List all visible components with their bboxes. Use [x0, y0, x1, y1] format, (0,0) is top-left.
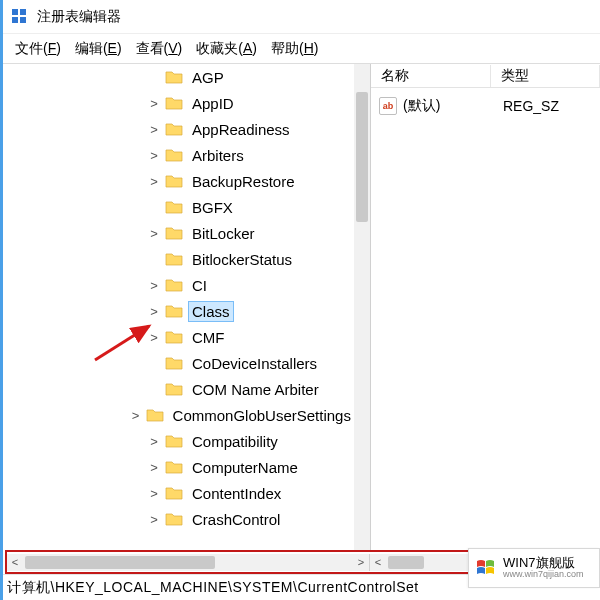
regedit-app-icon	[11, 8, 29, 26]
folder-icon	[165, 511, 183, 527]
tree-item[interactable]: >CMF	[3, 324, 354, 350]
scroll-right-arrow-icon[interactable]: >	[353, 556, 369, 568]
scrollbar-thumb[interactable]	[388, 556, 424, 569]
windows-flag-icon	[475, 557, 497, 579]
tree-item[interactable]: COM Name Arbiter	[3, 376, 354, 402]
folder-icon	[165, 121, 183, 137]
tree-item[interactable]: CoDeviceInstallers	[3, 350, 354, 376]
tree-item[interactable]: >Compatibility	[3, 428, 354, 454]
status-bar-path: 计算机\HKEY_LOCAL_MACHINE\SYSTEM\CurrentCon…	[7, 579, 419, 597]
registry-tree-panel[interactable]: AGP>AppID>AppReadiness>Arbiters>BackupRe…	[3, 64, 371, 550]
tree-item[interactable]: BitlockerStatus	[3, 246, 354, 272]
menu-item-h[interactable]: 帮助(H)	[265, 37, 324, 61]
scroll-left-arrow-icon[interactable]: <	[370, 556, 386, 568]
expand-chevron-icon[interactable]: >	[129, 408, 141, 423]
watermark-title: WIN7旗舰版	[503, 556, 584, 570]
expand-chevron-icon[interactable]: >	[147, 486, 161, 501]
folder-icon	[165, 303, 183, 319]
menu-item-e[interactable]: 编辑(E)	[69, 37, 128, 61]
expand-chevron-icon[interactable]: >	[147, 226, 161, 241]
tree-item[interactable]: >ComputerName	[3, 454, 354, 480]
column-header-name[interactable]: 名称	[371, 65, 491, 87]
value-list-panel: 名称 类型 ab(默认)REG_SZ	[371, 64, 600, 550]
tree-item-label: AppID	[189, 94, 237, 113]
tree-item[interactable]: >Arbiters	[3, 142, 354, 168]
tree-item[interactable]: >AppID	[3, 90, 354, 116]
tree-item-label: BGFX	[189, 198, 236, 217]
column-header-type[interactable]: 类型	[491, 65, 600, 87]
tree-vertical-scrollbar[interactable]	[354, 64, 370, 550]
folder-icon	[165, 381, 183, 397]
svg-rect-3	[20, 17, 26, 23]
expand-chevron-icon[interactable]: >	[147, 304, 161, 319]
tree-item[interactable]: >AppReadiness	[3, 116, 354, 142]
expand-chevron-icon[interactable]: >	[147, 96, 161, 111]
folder-icon	[165, 251, 183, 267]
expand-chevron-icon[interactable]: >	[147, 278, 161, 293]
menu-bar: 文件(F)编辑(E)查看(V)收藏夹(A)帮助(H)	[3, 34, 600, 64]
folder-icon	[165, 225, 183, 241]
tree-item[interactable]: >CI	[3, 272, 354, 298]
tree-item[interactable]: >Class	[3, 298, 354, 324]
tree-item[interactable]: >CommonGlobUserSettings	[3, 402, 354, 428]
svg-rect-0	[12, 9, 18, 15]
tree-item[interactable]: >ContentIndex	[3, 480, 354, 506]
folder-icon	[146, 407, 164, 423]
folder-icon	[165, 199, 183, 215]
tree-item[interactable]: >CrashControl	[3, 506, 354, 532]
watermark-url: www.win7qijian.com	[503, 570, 584, 580]
tree-item[interactable]: >BackupRestore	[3, 168, 354, 194]
tree-item-label: ComputerName	[189, 458, 301, 477]
tree-item-label: Arbiters	[189, 146, 247, 165]
menu-item-f[interactable]: 文件(F)	[9, 37, 67, 61]
tree-item-label: CI	[189, 276, 210, 295]
menu-item-v[interactable]: 查看(V)	[130, 37, 189, 61]
tree-item-label: AGP	[189, 68, 227, 87]
expand-chevron-icon[interactable]: >	[147, 148, 161, 163]
folder-icon	[165, 147, 183, 163]
scrollbar-thumb[interactable]	[25, 556, 215, 569]
folder-icon	[165, 69, 183, 85]
svg-rect-2	[12, 17, 18, 23]
tree-item-label: ContentIndex	[189, 484, 284, 503]
menu-item-a[interactable]: 收藏夹(A)	[190, 37, 263, 61]
folder-icon	[165, 433, 183, 449]
value-type: REG_SZ	[503, 98, 596, 114]
tree-item-label: CoDeviceInstallers	[189, 354, 320, 373]
watermark-badge: WIN7旗舰版 www.win7qijian.com	[468, 548, 600, 588]
tree-horizontal-scrollbar[interactable]: < >	[7, 554, 370, 571]
folder-icon	[165, 95, 183, 111]
tree-item-label: Class	[189, 302, 233, 321]
expand-chevron-icon[interactable]: >	[147, 460, 161, 475]
expand-chevron-icon[interactable]: >	[147, 330, 161, 345]
folder-icon	[165, 277, 183, 293]
tree-item-label: Compatibility	[189, 432, 281, 451]
string-value-icon: ab	[379, 97, 397, 115]
tree-item-label: CMF	[189, 328, 228, 347]
expand-chevron-icon[interactable]: >	[147, 512, 161, 527]
tree-item[interactable]: BGFX	[3, 194, 354, 220]
scroll-left-arrow-icon[interactable]: <	[7, 556, 23, 568]
folder-icon	[165, 459, 183, 475]
tree-item[interactable]: AGP	[3, 64, 354, 90]
value-name: (默认)	[403, 97, 503, 115]
tree-item-label: AppReadiness	[189, 120, 293, 139]
expand-chevron-icon[interactable]: >	[147, 434, 161, 449]
folder-icon	[165, 355, 183, 371]
expand-chevron-icon[interactable]: >	[147, 122, 161, 137]
tree-item-label: BitlockerStatus	[189, 250, 295, 269]
window-title: 注册表编辑器	[37, 8, 121, 26]
folder-icon	[165, 329, 183, 345]
tree-item[interactable]: >BitLocker	[3, 220, 354, 246]
tree-item-label: COM Name Arbiter	[189, 380, 322, 399]
folder-icon	[165, 173, 183, 189]
expand-chevron-icon[interactable]: >	[147, 174, 161, 189]
scrollbar-thumb[interactable]	[356, 92, 368, 222]
tree-item-label: BitLocker	[189, 224, 258, 243]
folder-icon	[165, 485, 183, 501]
value-row[interactable]: ab(默认)REG_SZ	[375, 94, 596, 118]
tree-item-label: BackupRestore	[189, 172, 298, 191]
tree-item-label: CrashControl	[189, 510, 283, 529]
svg-rect-1	[20, 9, 26, 15]
tree-item-label: CommonGlobUserSettings	[170, 406, 354, 425]
